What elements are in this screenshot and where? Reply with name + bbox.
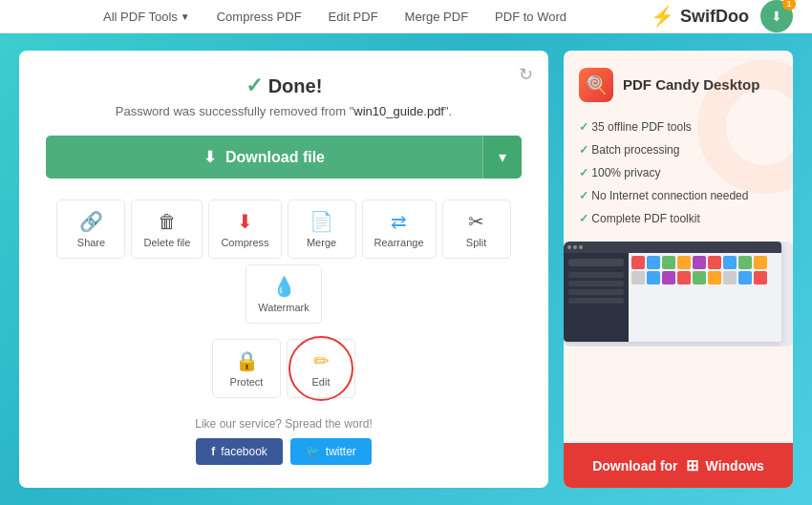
header-download-button[interactable]: ⬇ 1 (760, 0, 793, 32)
candy-header: 🍭 PDF Candy Desktop (579, 68, 778, 102)
tool-split[interactable]: ✂ Split (442, 200, 511, 259)
checkmark-icon: ✓ (246, 74, 263, 98)
candy-logo-icon: 🍭 (586, 74, 607, 95)
right-panel: 🍭 PDF Candy Desktop 35 offline PDF tools… (564, 51, 793, 488)
download-badge: 1 (782, 0, 796, 11)
facebook-icon: f (211, 445, 215, 458)
tool-watermark[interactable]: 💧 Watermark (246, 264, 321, 324)
app-preview (564, 242, 793, 347)
mockup-main-area (629, 253, 781, 342)
split-icon: ✂ (468, 210, 484, 233)
feature-item: 35 offline PDF tools (579, 116, 778, 138)
nav-compress-pdf[interactable]: Compress PDF (217, 10, 302, 24)
done-section: ✓ Done! Password was successfully remove… (116, 74, 452, 118)
facebook-button[interactable]: f facebook (196, 438, 283, 465)
edit-icon: ✏ (313, 349, 330, 372)
download-options-button[interactable]: ▾ (482, 136, 522, 179)
feature-item: Batch processing (579, 138, 778, 161)
nav-all-pdf-tools[interactable]: All PDF Tools ▼ (103, 10, 190, 24)
watermark-icon: 💧 (272, 275, 296, 298)
feature-item: 100% privacy (579, 161, 778, 184)
tool-merge[interactable]: 📄 Merge (288, 200, 356, 259)
nav-merge-pdf[interactable]: Merge PDF (405, 10, 468, 24)
download-button-group: ⬇ Download file ▾ (46, 136, 522, 179)
tools-grid: 🔗 Share 🗑 Delete file ⬇ Compress 📄 Merge… (46, 200, 522, 324)
mockup-sidebar (564, 253, 629, 342)
logo-icon: ⚡ (651, 5, 674, 28)
tool-protect[interactable]: 🔒 Protect (212, 339, 281, 398)
feature-item: Complete PDF toolkit (579, 207, 778, 230)
app-mockup (564, 242, 781, 342)
tool-compress[interactable]: ⬇ Compress (208, 200, 281, 259)
nav-pdf-to-word[interactable]: PDF to Word (495, 10, 566, 24)
main-area: ↻ ✓ Done! Password was successfully remo… (0, 33, 812, 505)
windows-icon: ⊞ (686, 456, 698, 474)
protect-icon: 🔒 (235, 349, 259, 372)
download-file-button[interactable]: ⬇ Download file (46, 136, 482, 179)
share-icon: 🔗 (79, 210, 103, 233)
mockup-body (564, 253, 781, 342)
delete-icon: 🗑 (158, 210, 177, 233)
social-buttons: f facebook 🐦 twitter (195, 438, 372, 465)
download-icon: ⬇ (203, 148, 216, 166)
done-title: ✓ Done! (116, 74, 452, 98)
tool-share[interactable]: 🔗 Share (56, 200, 125, 259)
chevron-down-icon: ▾ (499, 148, 506, 166)
nav-edit-pdf[interactable]: Edit PDF (329, 10, 378, 24)
header: All PDF Tools ▼ Compress PDF Edit PDF Me… (0, 0, 812, 33)
merge-icon: 📄 (310, 210, 333, 233)
tool-delete[interactable]: 🗑 Delete file (131, 200, 203, 259)
candy-logo: 🍭 (579, 68, 613, 102)
download-windows-button[interactable]: Download for ⊞ Windows (564, 443, 793, 488)
refresh-icon[interactable]: ↻ (519, 64, 533, 85)
sidebar-content: 🍭 PDF Candy Desktop 35 offline PDF tools… (564, 51, 793, 443)
compress-icon: ⬇ (237, 210, 253, 233)
social-section: Like our service? Spread the word! f fac… (195, 417, 372, 465)
done-subtitle: Password was successfully removed from "… (116, 104, 452, 118)
mockup-titlebar (564, 242, 781, 253)
social-text: Like our service? Spread the word! (195, 417, 372, 431)
logo: ⚡ SwifDoo (651, 5, 749, 28)
left-panel: ↻ ✓ Done! Password was successfully remo… (19, 51, 548, 488)
twitter-button[interactable]: 🐦 twitter (290, 438, 372, 465)
candy-title: PDF Candy Desktop (623, 76, 759, 94)
main-nav: All PDF Tools ▼ Compress PDF Edit PDF Me… (103, 10, 566, 24)
tool-edit[interactable]: ✏ Edit (287, 339, 355, 398)
twitter-icon: 🐦 (306, 445, 320, 458)
rearrange-icon: ⇄ (391, 210, 407, 233)
features-list: 35 offline PDF tools Batch processing 10… (579, 116, 778, 230)
dropdown-arrow-icon: ▼ (181, 11, 190, 22)
feature-item: No Internet connection needed (579, 184, 778, 207)
tool-rearrange[interactable]: ⇄ Rearrange (362, 200, 437, 259)
